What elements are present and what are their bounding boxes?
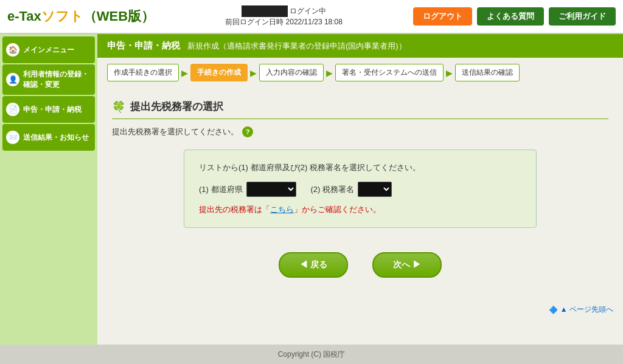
link-text-after: 」からご確認ください。 xyxy=(294,205,381,214)
step-box-5[interactable]: 送信結果の確認 xyxy=(455,64,520,81)
link-text-before: 提出先の税務署は「 xyxy=(199,205,270,214)
step-1: 作成手続きの選択 xyxy=(107,64,179,81)
step-box-2[interactable]: 手続きの作成 xyxy=(190,64,248,81)
sidebar-label-user-info: 利用者情報の登録・確認・変更 xyxy=(23,69,91,90)
person-icon: 👤 xyxy=(6,73,19,86)
description-row: 提出先税務署を選択してください。 ? xyxy=(112,126,608,137)
guide-button[interactable]: ご利用ガイド xyxy=(549,7,616,26)
main-layout: 🏠 メインメニュー 👤 利用者情報の登録・確認・変更 📄 申告・申請・納税 📨 … xyxy=(0,34,623,345)
section-title-text: 提出先税務署の選択 xyxy=(130,100,223,114)
step-box-4[interactable]: 署名・受付システムへの送信 xyxy=(335,64,444,81)
login-status: ログイン中 xyxy=(290,7,326,15)
link-line: 提出先の税務署は「こちら」からご確認ください。 xyxy=(199,204,521,215)
page-top-icon: 🔷 xyxy=(549,306,558,314)
prefecture-group: (1) 都道府県 東京都 大阪府 神奈川県 xyxy=(199,182,296,197)
footer: Copyright (C) 国税庁 xyxy=(0,345,623,364)
step-2: 手続きの作成 xyxy=(190,64,248,81)
prefecture-label: (1) 都道府県 xyxy=(199,184,243,195)
footer-text: Copyright (C) 国税庁 xyxy=(278,350,346,359)
logo: e-Taxソフト（WEB版） xyxy=(7,7,155,26)
home-icon: 🏠 xyxy=(6,43,19,57)
header-buttons: ログアウト よくある質問 ご利用ガイド xyxy=(413,7,616,26)
send-icon: 📨 xyxy=(6,131,19,144)
sidebar-item-user-info[interactable]: 👤 利用者情報の登録・確認・変更 xyxy=(2,64,95,95)
link-line-text: 提出先の税務署は「こちら」からご確認ください。 xyxy=(199,205,381,214)
step-box-1[interactable]: 作成手続きの選択 xyxy=(107,64,179,81)
selection-row: (1) 都道府県 東京都 大阪府 神奈川県 (2) 税務署名 xyxy=(199,182,521,197)
arrow-3: ▶ xyxy=(326,68,333,78)
login-user-badge xyxy=(242,5,288,17)
arrow-2: ▶ xyxy=(250,68,257,78)
arrow-4: ▶ xyxy=(446,68,453,78)
logout-button[interactable]: ログアウト xyxy=(413,7,472,26)
info-icon[interactable]: ? xyxy=(242,126,253,137)
main-section: 🍀 提出先税務署の選択 提出先税務署を選択してください。 ? リストから(1) … xyxy=(97,88,623,302)
description-text: 提出先税務署を選択してください。 xyxy=(112,126,238,137)
content-area: 申告・申請・納税 新規作成（適格請求書発行事業者の登録申請(国内事業者用)） 作… xyxy=(97,34,623,345)
faq-button[interactable]: よくある質問 xyxy=(477,7,544,26)
arrow-1: ▶ xyxy=(181,68,188,78)
step-4: 署名・受付システムへの送信 xyxy=(335,64,444,81)
prefecture-select[interactable]: 東京都 大阪府 神奈川県 xyxy=(246,182,296,197)
header: e-Taxソフト（WEB版） ログイン中 前回ログイン日時 2022/11/23… xyxy=(0,0,623,34)
selection-box-desc: リストから(1) 都道府県及び(2) 税務署名を選択してください。 xyxy=(199,162,521,173)
button-row: ◀ 戻る 次へ ▶ xyxy=(112,252,608,278)
step-3: 入力内容の確認 xyxy=(259,64,324,81)
sidebar-item-main-menu[interactable]: 🏠 メインメニュー xyxy=(2,36,95,63)
step-box-3[interactable]: 入力内容の確認 xyxy=(259,64,324,81)
page-header-title: 申告・申請・納税 xyxy=(107,40,180,52)
tax-office-link[interactable]: こちら xyxy=(270,205,294,214)
sidebar-label-tax-filing: 申告・申請・納税 xyxy=(23,105,82,115)
sidebar-item-send-results[interactable]: 📨 送信結果・お知らせ xyxy=(2,124,95,151)
login-info: ログイン中 前回ログイン日時 2022/11/23 18:08 xyxy=(155,5,413,27)
document-icon: 📄 xyxy=(6,103,19,116)
page-header-sub: 新規作成（適格請求書発行事業者の登録申請(国内事業者用)） xyxy=(187,41,406,52)
page-top-anchor[interactable]: ▲ ページ先頭へ xyxy=(560,304,613,315)
login-date-label: 前回ログイン日時 xyxy=(225,18,284,26)
tax-office-label: (2) 税務署名 xyxy=(311,184,355,195)
tax-office-select[interactable] xyxy=(358,182,392,197)
step-5: 送信結果の確認 xyxy=(455,64,520,81)
clover-icon: 🍀 xyxy=(112,100,125,114)
login-date: 2022/11/23 18:08 xyxy=(286,18,343,26)
section-title: 🍀 提出先税務署の選択 xyxy=(112,100,608,119)
page-header: 申告・申請・納税 新規作成（適格請求書発行事業者の登録申請(国内事業者用)） xyxy=(97,34,623,58)
sidebar-label-main-menu: メインメニュー xyxy=(23,45,74,55)
sidebar: 🏠 メインメニュー 👤 利用者情報の登録・確認・変更 📄 申告・申請・納税 📨 … xyxy=(0,34,97,345)
steps-bar: 作成手続きの選択 ▶ 手続きの作成 ▶ 入力内容の確認 ▶ 署名・受付システムへ… xyxy=(97,58,623,88)
back-button[interactable]: ◀ 戻る xyxy=(279,252,348,278)
next-button[interactable]: 次へ ▶ xyxy=(372,252,442,278)
page-top-link[interactable]: 🔷 ▲ ページ先頭へ xyxy=(97,302,623,317)
sidebar-label-send-results: 送信結果・お知らせ xyxy=(23,132,89,143)
sidebar-item-tax-filing[interactable]: 📄 申告・申請・納税 xyxy=(2,96,95,123)
selection-box: リストから(1) 都道府県及び(2) 税務署名を選択してください。 (1) 都道… xyxy=(184,149,537,228)
tax-office-group: (2) 税務署名 xyxy=(311,182,392,197)
